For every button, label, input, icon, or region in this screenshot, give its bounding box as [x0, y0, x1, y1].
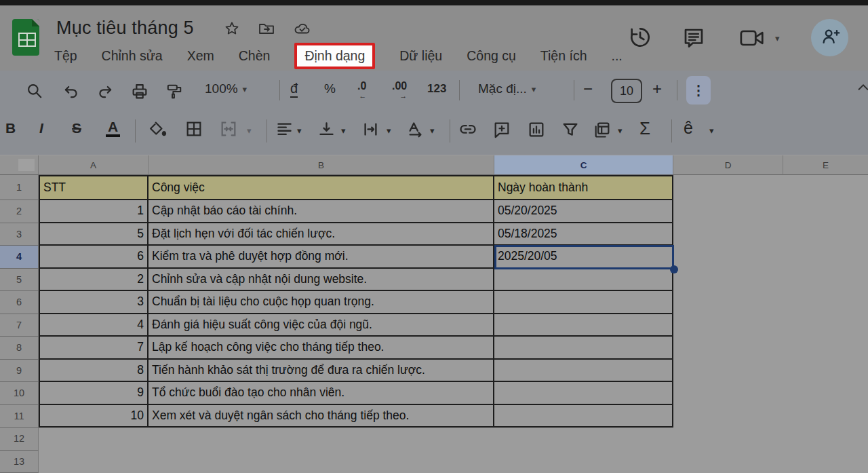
- text-color-button[interactable]: A: [106, 119, 120, 137]
- menu-item-d-li-u[interactable]: Dữ liệu: [399, 48, 442, 64]
- cloud-saved-icon[interactable]: [293, 20, 312, 37]
- functions-button[interactable]: Σ: [639, 118, 650, 139]
- comments-icon[interactable]: [682, 26, 706, 53]
- row-header-11[interactable]: 11: [0, 405, 39, 428]
- document-title[interactable]: Mục tiêu tháng 5: [56, 18, 194, 39]
- text-wrap-icon[interactable]: [361, 120, 380, 138]
- sheets-logo-icon[interactable]: [12, 19, 39, 56]
- cell-B5[interactable]: Chỉnh sửa và cập nhật nội dung website.: [149, 269, 494, 292]
- toolbar-more-button[interactable]: ⋮: [686, 76, 711, 105]
- row-header-13[interactable]: 13: [0, 451, 39, 473]
- insert-link-icon[interactable]: [458, 120, 477, 139]
- row-header-10[interactable]: 10: [0, 382, 39, 405]
- cell-A1[interactable]: STT: [39, 175, 149, 200]
- font-select[interactable]: Mặc đị...▾: [478, 81, 536, 96]
- cell-C2[interactable]: 05/20/2025: [494, 200, 673, 223]
- insert-chart-icon[interactable]: [527, 120, 546, 139]
- cell-A10[interactable]: 9: [39, 382, 149, 405]
- meet-camera-icon[interactable]: [739, 27, 766, 52]
- row-header-2[interactable]: 2: [0, 200, 39, 223]
- cell-A5[interactable]: 2: [39, 269, 149, 292]
- vertical-align-icon[interactable]: [317, 120, 336, 138]
- row-header-3[interactable]: 3: [0, 223, 39, 246]
- cell-B8[interactable]: Lập kế hoạch công việc cho tháng tiếp th…: [149, 337, 494, 360]
- redo-icon[interactable]: [96, 83, 114, 100]
- cell-B11[interactable]: Xem xét và duyệt ngân sách cho tháng tiế…: [149, 405, 494, 428]
- italic-button[interactable]: I: [39, 120, 43, 136]
- version-history-icon[interactable]: [627, 24, 653, 53]
- cell-A6[interactable]: 3: [39, 291, 149, 314]
- menu-item-ch-nh-s-a[interactable]: Chỉnh sửa: [102, 48, 163, 64]
- cell-B10[interactable]: Tổ chức buổi đào tạo cho nhân viên.: [149, 382, 494, 405]
- cell-C7[interactable]: [494, 314, 673, 337]
- menu-item-ti-n-ch[interactable]: Tiện ích: [540, 48, 587, 64]
- cell-C4[interactable]: 2025/20/05: [494, 246, 673, 269]
- cell-A8[interactable]: 7: [39, 337, 149, 360]
- font-size-input[interactable]: 10: [611, 79, 642, 103]
- table-caret-icon[interactable]: ▾: [618, 126, 623, 135]
- horizontal-align-icon[interactable]: [275, 120, 294, 138]
- bold-button[interactable]: B: [5, 120, 16, 136]
- cell-A3[interactable]: 5: [39, 223, 149, 246]
- fill-color-icon[interactable]: [148, 119, 167, 138]
- cell-B2[interactable]: Cập nhật báo cáo tài chính.: [149, 200, 494, 223]
- collapse-toolbar-icon[interactable]: [856, 80, 868, 98]
- menu-item-ch-n[interactable]: Chèn: [239, 48, 271, 64]
- cell-A7[interactable]: 4: [39, 314, 149, 337]
- row-header-5[interactable]: 5: [0, 269, 39, 292]
- select-all-corner[interactable]: [0, 155, 39, 175]
- column-header-C[interactable]: C: [494, 155, 673, 175]
- insert-comment-icon[interactable]: [492, 120, 511, 139]
- decrease-font-size-button[interactable]: −: [583, 79, 593, 98]
- decrease-decimal-button[interactable]: .0←: [357, 81, 366, 100]
- merge-cells-icon[interactable]: [219, 119, 238, 138]
- number-format-button[interactable]: 123: [427, 82, 446, 96]
- undo-icon[interactable]: [62, 83, 80, 100]
- create-filter-icon[interactable]: [561, 120, 580, 139]
- fill-handle[interactable]: [670, 265, 678, 273]
- text-rotation-icon[interactable]: [406, 120, 425, 138]
- column-header-D[interactable]: D: [673, 155, 783, 175]
- paint-format-icon[interactable]: [165, 82, 183, 101]
- cell-B7[interactable]: Đánh giá hiệu suất công việc của đội ngũ…: [149, 314, 494, 337]
- percent-format-button[interactable]: %: [324, 81, 336, 96]
- input-tools-button[interactable]: ê: [684, 118, 693, 138]
- menu-item--[interactable]: ...: [611, 48, 622, 64]
- cell-B6[interactable]: Chuẩn bị tài liệu cho cuộc họp quan trọn…: [149, 291, 494, 314]
- cell-B4[interactable]: Kiểm tra và phê duyệt hợp đồng mới.: [149, 246, 494, 269]
- horizontal-align-caret-icon[interactable]: ▾: [297, 126, 302, 135]
- increase-font-size-button[interactable]: +: [652, 79, 662, 98]
- print-icon[interactable]: [130, 82, 149, 101]
- merge-caret-icon[interactable]: ▾: [247, 126, 252, 135]
- text-wrap-caret-icon[interactable]: ▾: [387, 126, 391, 135]
- cell-A9[interactable]: 8: [39, 360, 149, 383]
- currency-format-button[interactable]: đ: [290, 81, 298, 98]
- row-header-9[interactable]: 9: [0, 360, 39, 383]
- row-header-1[interactable]: 1: [0, 175, 39, 200]
- column-header-A[interactable]: A: [39, 155, 149, 175]
- row-header-12[interactable]: 12: [0, 428, 39, 451]
- cell-C10[interactable]: [494, 382, 673, 405]
- cell-B1[interactable]: Công việc: [149, 175, 494, 200]
- move-folder-icon[interactable]: [258, 20, 275, 37]
- search-icon[interactable]: [26, 82, 43, 100]
- borders-icon[interactable]: [184, 119, 203, 138]
- cell-B3[interactable]: Đặt lịch hẹn với đối tác chiến lược.: [149, 223, 494, 246]
- cell-B9[interactable]: Tiến hành khảo sát thị trường để đưa ra …: [149, 360, 494, 383]
- menu-item-t-p[interactable]: Tệp: [54, 48, 77, 64]
- share-button[interactable]: [811, 19, 848, 56]
- strikethrough-button[interactable]: S: [72, 120, 81, 136]
- vertical-align-caret-icon[interactable]: ▾: [341, 126, 346, 135]
- cell-C1[interactable]: Ngày hoàn thành: [494, 175, 673, 200]
- cell-C6[interactable]: [494, 291, 673, 314]
- text-rotation-caret-icon[interactable]: ▾: [430, 126, 435, 135]
- cell-C9[interactable]: [494, 360, 673, 383]
- cell-C5[interactable]: [494, 269, 673, 292]
- star-icon[interactable]: [224, 20, 240, 37]
- row-header-7[interactable]: 7: [0, 314, 39, 337]
- increase-decimal-button[interactable]: .00→: [392, 81, 407, 100]
- input-tools-caret-icon[interactable]: ▾: [709, 126, 714, 135]
- menu-item-c-ng-c-[interactable]: Công cụ: [467, 48, 516, 64]
- cell-A4[interactable]: 6: [39, 246, 149, 269]
- cell-A2[interactable]: 1: [39, 200, 149, 223]
